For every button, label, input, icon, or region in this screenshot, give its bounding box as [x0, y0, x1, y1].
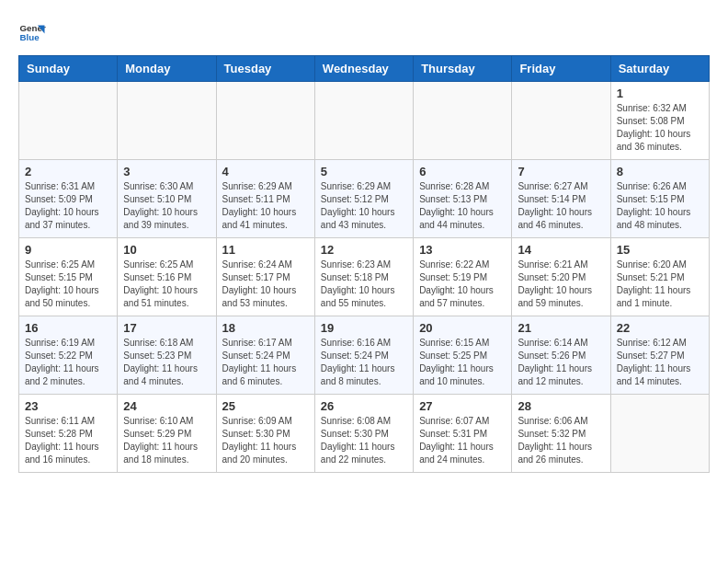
- weekday-header: Wednesday: [314, 56, 413, 82]
- day-number: 22: [617, 321, 703, 335]
- calendar-cell: [216, 82, 314, 160]
- day-info: Sunrise: 6:08 AM Sunset: 5:30 PM Dayligh…: [321, 415, 407, 466]
- day-number: 3: [123, 165, 210, 178]
- day-number: 27: [419, 399, 506, 413]
- calendar-cell: 13Sunrise: 6:22 AM Sunset: 5:19 PM Dayli…: [414, 238, 512, 316]
- day-number: 25: [222, 399, 309, 413]
- day-number: 15: [617, 243, 703, 257]
- calendar-cell: 28Sunrise: 6:06 AM Sunset: 5:32 PM Dayli…: [512, 395, 610, 473]
- day-number: 4: [222, 165, 309, 178]
- calendar-cell: [118, 82, 216, 160]
- calendar-cell: 22Sunrise: 6:12 AM Sunset: 5:27 PM Dayli…: [610, 316, 709, 395]
- calendar-week-row: 1Sunrise: 6:32 AM Sunset: 5:08 PM Daylig…: [19, 82, 710, 160]
- day-info: Sunrise: 6:29 AM Sunset: 5:11 PM Dayligh…: [222, 180, 309, 232]
- day-info: Sunrise: 6:06 AM Sunset: 5:32 PM Dayligh…: [518, 415, 604, 466]
- calendar-cell: [414, 82, 512, 160]
- day-info: Sunrise: 6:19 AM Sunset: 5:22 PM Dayligh…: [25, 337, 111, 388]
- calendar-cell: 20Sunrise: 6:15 AM Sunset: 5:25 PM Dayli…: [414, 316, 512, 395]
- calendar-cell: 26Sunrise: 6:08 AM Sunset: 5:30 PM Dayli…: [314, 395, 413, 473]
- day-info: Sunrise: 6:31 AM Sunset: 5:09 PM Dayligh…: [25, 180, 111, 232]
- day-info: Sunrise: 6:20 AM Sunset: 5:21 PM Dayligh…: [617, 259, 703, 310]
- day-number: 21: [518, 321, 604, 335]
- day-info: Sunrise: 6:16 AM Sunset: 5:24 PM Dayligh…: [321, 337, 407, 388]
- page-header: General Blue: [18, 18, 710, 46]
- day-info: Sunrise: 6:12 AM Sunset: 5:27 PM Dayligh…: [617, 337, 703, 388]
- calendar-cell: [512, 82, 610, 160]
- day-number: 16: [25, 321, 111, 335]
- calendar-cell: 21Sunrise: 6:14 AM Sunset: 5:26 PM Dayli…: [512, 316, 610, 395]
- day-number: 17: [123, 321, 210, 335]
- calendar-cell: 8Sunrise: 6:26 AM Sunset: 5:15 PM Daylig…: [610, 160, 709, 238]
- day-info: Sunrise: 6:32 AM Sunset: 5:08 PM Dayligh…: [617, 102, 703, 154]
- day-number: 14: [518, 243, 604, 257]
- calendar-week-row: 2Sunrise: 6:31 AM Sunset: 5:09 PM Daylig…: [19, 160, 710, 238]
- day-info: Sunrise: 6:25 AM Sunset: 5:16 PM Dayligh…: [123, 259, 210, 310]
- calendar-cell: 7Sunrise: 6:27 AM Sunset: 5:14 PM Daylig…: [512, 160, 610, 238]
- day-number: 6: [419, 165, 506, 178]
- calendar-cell: 6Sunrise: 6:28 AM Sunset: 5:13 PM Daylig…: [414, 160, 512, 238]
- day-number: 20: [419, 321, 506, 335]
- calendar-cell: 19Sunrise: 6:16 AM Sunset: 5:24 PM Dayli…: [314, 316, 413, 395]
- day-info: Sunrise: 6:18 AM Sunset: 5:23 PM Dayligh…: [123, 337, 210, 388]
- weekday-header: Monday: [118, 56, 216, 82]
- calendar-cell: [314, 82, 413, 160]
- weekday-header: Tuesday: [216, 56, 314, 82]
- day-number: 11: [222, 243, 309, 257]
- day-number: 10: [123, 243, 210, 257]
- weekday-header: Thursday: [414, 56, 512, 82]
- day-number: 28: [518, 399, 604, 413]
- calendar-cell: 14Sunrise: 6:21 AM Sunset: 5:20 PM Dayli…: [512, 238, 610, 316]
- logo-icon: General Blue: [18, 18, 46, 46]
- day-number: 8: [617, 165, 703, 178]
- day-info: Sunrise: 6:27 AM Sunset: 5:14 PM Dayligh…: [518, 180, 604, 232]
- day-number: 13: [419, 243, 506, 257]
- weekday-header: Friday: [512, 56, 610, 82]
- day-info: Sunrise: 6:22 AM Sunset: 5:19 PM Dayligh…: [419, 259, 506, 310]
- day-info: Sunrise: 6:17 AM Sunset: 5:24 PM Dayligh…: [222, 337, 309, 388]
- day-number: 24: [123, 399, 210, 413]
- weekday-header: Saturday: [610, 56, 709, 82]
- calendar-cell: 4Sunrise: 6:29 AM Sunset: 5:11 PM Daylig…: [216, 160, 314, 238]
- calendar-cell: 1Sunrise: 6:32 AM Sunset: 5:08 PM Daylig…: [610, 82, 709, 160]
- day-number: 18: [222, 321, 309, 335]
- day-info: Sunrise: 6:14 AM Sunset: 5:26 PM Dayligh…: [518, 337, 604, 388]
- weekday-header: Sunday: [19, 56, 118, 82]
- svg-text:Blue: Blue: [20, 32, 40, 42]
- calendar-cell: 9Sunrise: 6:25 AM Sunset: 5:15 PM Daylig…: [19, 238, 118, 316]
- calendar-cell: 2Sunrise: 6:31 AM Sunset: 5:09 PM Daylig…: [19, 160, 118, 238]
- calendar-cell: [19, 82, 118, 160]
- calendar-cell: 24Sunrise: 6:10 AM Sunset: 5:29 PM Dayli…: [118, 395, 216, 473]
- day-info: Sunrise: 6:25 AM Sunset: 5:15 PM Dayligh…: [25, 259, 111, 310]
- day-info: Sunrise: 6:10 AM Sunset: 5:29 PM Dayligh…: [123, 415, 210, 466]
- calendar-cell: 15Sunrise: 6:20 AM Sunset: 5:21 PM Dayli…: [610, 238, 709, 316]
- logo: General Blue: [18, 18, 46, 46]
- day-number: 9: [25, 243, 111, 257]
- day-info: Sunrise: 6:30 AM Sunset: 5:10 PM Dayligh…: [123, 180, 210, 232]
- calendar-cell: 11Sunrise: 6:24 AM Sunset: 5:17 PM Dayli…: [216, 238, 314, 316]
- day-info: Sunrise: 6:29 AM Sunset: 5:12 PM Dayligh…: [321, 180, 407, 232]
- calendar-cell: [610, 395, 709, 473]
- calendar-cell: 25Sunrise: 6:09 AM Sunset: 5:30 PM Dayli…: [216, 395, 314, 473]
- day-info: Sunrise: 6:09 AM Sunset: 5:30 PM Dayligh…: [222, 415, 309, 466]
- day-number: 23: [25, 399, 111, 413]
- day-info: Sunrise: 6:11 AM Sunset: 5:28 PM Dayligh…: [25, 415, 111, 466]
- day-number: 26: [321, 399, 407, 413]
- calendar-table: SundayMondayTuesdayWednesdayThursdayFrid…: [18, 55, 710, 473]
- calendar-cell: 16Sunrise: 6:19 AM Sunset: 5:22 PM Dayli…: [19, 316, 118, 395]
- day-info: Sunrise: 6:24 AM Sunset: 5:17 PM Dayligh…: [222, 259, 309, 310]
- calendar-week-row: 23Sunrise: 6:11 AM Sunset: 5:28 PM Dayli…: [19, 395, 710, 473]
- day-info: Sunrise: 6:26 AM Sunset: 5:15 PM Dayligh…: [617, 180, 703, 232]
- day-number: 5: [321, 165, 407, 178]
- calendar-cell: 12Sunrise: 6:23 AM Sunset: 5:18 PM Dayli…: [314, 238, 413, 316]
- calendar-cell: 23Sunrise: 6:11 AM Sunset: 5:28 PM Dayli…: [19, 395, 118, 473]
- calendar-cell: 17Sunrise: 6:18 AM Sunset: 5:23 PM Dayli…: [118, 316, 216, 395]
- calendar-week-row: 9Sunrise: 6:25 AM Sunset: 5:15 PM Daylig…: [19, 238, 710, 316]
- calendar-cell: 3Sunrise: 6:30 AM Sunset: 5:10 PM Daylig…: [118, 160, 216, 238]
- calendar-week-row: 16Sunrise: 6:19 AM Sunset: 5:22 PM Dayli…: [19, 316, 710, 395]
- calendar-cell: 5Sunrise: 6:29 AM Sunset: 5:12 PM Daylig…: [314, 160, 413, 238]
- calendar-cell: 10Sunrise: 6:25 AM Sunset: 5:16 PM Dayli…: [118, 238, 216, 316]
- calendar-cell: 27Sunrise: 6:07 AM Sunset: 5:31 PM Dayli…: [414, 395, 512, 473]
- day-number: 19: [321, 321, 407, 335]
- day-info: Sunrise: 6:07 AM Sunset: 5:31 PM Dayligh…: [419, 415, 506, 466]
- day-number: 2: [25, 165, 111, 178]
